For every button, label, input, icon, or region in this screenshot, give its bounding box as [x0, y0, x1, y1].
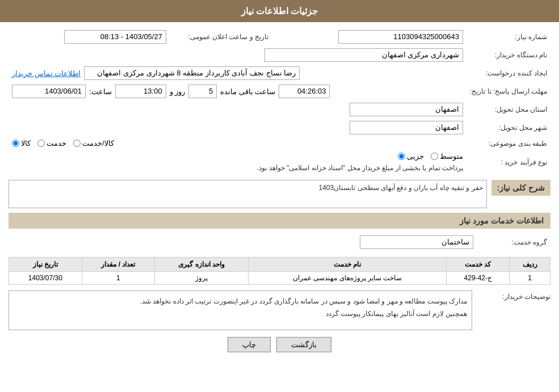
- buyer-notes-line1: مدارک پیوست مطالعه و مهر و امضا شود و سپ…: [140, 297, 467, 305]
- row-authority: نام دستگاه خریدار: شهرداری مرکزی اصفهان: [9, 46, 550, 64]
- category-label: طبقه بندی موضوعی:: [466, 137, 550, 150]
- reference-number-cell: 1103094325000643: [272, 28, 466, 46]
- province-label: استان محل تحویل:: [466, 100, 550, 119]
- services-table-body: 1 ج-42-429 ساخت سایر پروژه‌های مهندسی عم…: [9, 272, 550, 285]
- cell-unit: پروژ: [155, 272, 249, 285]
- row-province: استان محل تحویل: اصفهان: [9, 100, 550, 119]
- buyer-notes-text: مدارک پیوست مطالعه و مهر و امضا شود و سپ…: [9, 290, 472, 330]
- announce-label: تاریخ و ساعت اعلان عمومی:: [170, 28, 272, 46]
- cell-name: ساخت سایر پروژه‌های مهندسی عمران: [248, 272, 446, 285]
- deadline-label: مهلت ارسال پاسخ: تا تاریخ:: [466, 82, 550, 100]
- back-button[interactable]: بازگشت: [276, 337, 331, 352]
- radio-kala[interactable]: کالا: [12, 139, 31, 147]
- radio-kala-khedmat[interactable]: کالا/خدمت: [73, 139, 114, 147]
- col-unit: واحد اندازه گیری: [155, 258, 249, 272]
- radio-khedmat-input[interactable]: [37, 140, 45, 147]
- process-label: نوع فرآیند خرید :: [466, 150, 550, 174]
- cell-row: 1: [510, 272, 550, 285]
- deadline-time-label: ساعت:: [89, 87, 112, 96]
- creator-value: رضا نساج نجف آبادی کاربرداز منطقه 8 شهرد…: [84, 66, 300, 80]
- province-value: اصفهان: [350, 103, 463, 116]
- authority-label: نام دستگاه خریدار:: [466, 46, 550, 64]
- content-area: شماره نیاز: 1103094325000643 تاریخ و ساع…: [0, 22, 559, 364]
- buyer-notes-line2: همچنین لازم است آنالیز بهای پیمانکار پیو…: [326, 310, 467, 318]
- group-value: ساختمان: [360, 235, 473, 249]
- deadline-remaining: 04:26:03: [279, 85, 330, 98]
- row-deadline: مهلت ارسال پاسخ: تا تاریخ: 04:26:03 ساعت…: [9, 82, 550, 100]
- description-section-label: شرح کلی نیاز:: [491, 180, 550, 196]
- services-table-head: ردیف کد خدمت نام خدمت واحد اندازه گیری ت…: [9, 258, 550, 272]
- deadline-time: 13:00: [115, 85, 166, 98]
- city-cell: اصفهان: [9, 119, 466, 137]
- row-group: گروه خدمت: ساختمان: [9, 233, 550, 251]
- radio-kala-khedmat-input[interactable]: [73, 140, 81, 147]
- deadline-date: 1403/06/01: [12, 85, 86, 98]
- buyer-notes-label: توضیحات خریدار:: [477, 290, 550, 301]
- table-row: 1 ج-42-429 ساخت سایر پروژه‌های مهندسی عم…: [9, 272, 550, 285]
- radio-motavaset[interactable]: متوسط: [431, 152, 463, 161]
- buyer-notes-section: توضیحات خریدار: مدارک پیوست مطالعه و مهر…: [9, 290, 550, 330]
- radio-kala-input[interactable]: [12, 140, 19, 147]
- description-section: شرح کلی نیاز: حفر و تنقیه چاه آب باران و…: [9, 180, 550, 208]
- process-cell: متوسط جزیی پرداخت تمام یا بخشی از مبلغ خ…: [9, 150, 466, 174]
- page-header: جزئیات اطلاعات نیاز: [0, 0, 559, 22]
- cell-date: 1403/07/30: [9, 272, 82, 285]
- col-quantity: تعداد / مقدار: [82, 258, 155, 272]
- radio-jozvi-input[interactable]: [398, 153, 405, 160]
- row-reference: شماره نیاز: 1103094325000643 تاریخ و ساع…: [9, 28, 550, 46]
- radio-khedmat[interactable]: خدمت: [37, 139, 66, 147]
- kala-label: کالا: [21, 139, 31, 147]
- reference-number-value: 1103094325000643: [338, 30, 463, 44]
- buttons-row: بازگشت چاپ: [9, 337, 550, 352]
- radio-jozvi[interactable]: جزیی: [398, 152, 424, 161]
- kala-khedmat-label: کالا/خدمت: [82, 139, 114, 147]
- col-name: نام خدمت: [248, 258, 446, 272]
- group-table: گروه خدمت: ساختمان: [9, 233, 550, 251]
- authority-value: شهرداری مرکزی اصفهان: [264, 48, 463, 62]
- khedmat-label: خدمت: [47, 139, 66, 147]
- announce-value: 1403/05/27 - 08:13: [64, 30, 166, 44]
- deadline-remaining-label: ساعت باقی مانده: [220, 87, 275, 96]
- motavaset-label: متوسط: [440, 152, 463, 161]
- cell-code: ج-42-429: [447, 272, 510, 285]
- reference-number-label: شماره نیاز:: [466, 28, 550, 46]
- services-header-row: ردیف کد خدمت نام خدمت واحد اندازه گیری ت…: [9, 258, 550, 272]
- buyer-notes-content: مدارک پیوست مطالعه و مهر و امضا شود و سپ…: [9, 290, 472, 330]
- creator-label: ایجاد کننده درخواست:: [466, 64, 550, 82]
- city-label: شهر محل تحویل:: [466, 119, 550, 137]
- page-container: جزئیات اطلاعات نیاز شماره نیاز: 11030943…: [0, 0, 559, 392]
- process-notice: پرداخت تمام یا بخشی از مبلغ خریداز محل "…: [257, 164, 463, 172]
- category-cell: کالا/خدمت خدمت کالا: [9, 137, 466, 150]
- col-date: تاریخ نیاز: [9, 258, 82, 272]
- radio-motavaset-input[interactable]: [431, 153, 438, 160]
- deadline-days-label: روز و: [170, 87, 186, 96]
- authority-cell: شهرداری مرکزی اصفهان: [9, 46, 466, 64]
- jozvi-label: جزیی: [407, 152, 424, 161]
- row-process: نوع فرآیند خرید : متوسط جزیی: [9, 150, 550, 174]
- group-label: گروه خدمت:: [477, 233, 550, 251]
- col-row: ردیف: [510, 258, 550, 272]
- cell-quantity: 1: [82, 272, 155, 285]
- services-table: ردیف کد خدمت نام خدمت واحد اندازه گیری ت…: [9, 257, 550, 285]
- province-cell: اصفهان: [9, 100, 466, 119]
- city-value: اصفهان: [350, 121, 463, 134]
- group-cell: ساختمان: [9, 233, 477, 251]
- deadline-days: 5: [188, 85, 217, 98]
- description-value: حفر و تنقیه چاه آب باران و دفع آبهای سطح…: [9, 180, 487, 208]
- contact-link[interactable]: اطلاعات تماس خریدار: [12, 69, 81, 78]
- row-city: شهر محل تحویل: اصفهان: [9, 119, 550, 137]
- col-code: کد خدمت: [447, 258, 510, 272]
- services-section-header: اطلاعات خدمات مورد نیاز: [9, 213, 550, 229]
- row-creator: ایجاد کننده درخواست: رضا نساج نجف آبادی …: [9, 64, 550, 82]
- info-table: شماره نیاز: 1103094325000643 تاریخ و ساع…: [9, 28, 550, 174]
- print-button[interactable]: چاپ: [228, 337, 271, 352]
- page-title: جزئیات اطلاعات نیاز: [241, 6, 318, 16]
- announce-cell: 1403/05/27 - 08:13: [9, 28, 170, 46]
- creator-cell: رضا نساج نجف آبادی کاربرداز منطقه 8 شهرد…: [9, 64, 466, 82]
- row-category: طبقه بندی موضوعی: کالا/خدمت خدمت کالا: [9, 137, 550, 150]
- deadline-cell: 04:26:03 ساعت باقی مانده 5 روز و 13:00 س…: [9, 82, 466, 100]
